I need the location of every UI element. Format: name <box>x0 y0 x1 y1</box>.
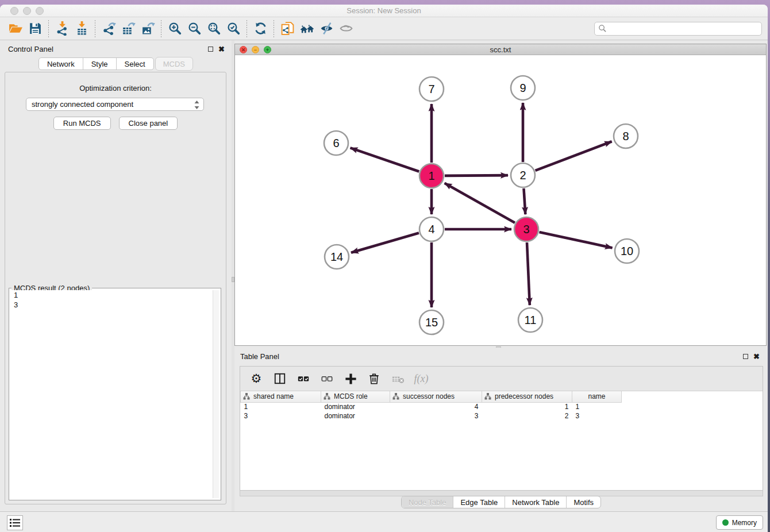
graph-node-14[interactable]: 14 <box>325 245 349 269</box>
zoom-in-icon[interactable] <box>165 20 184 38</box>
export-image-icon[interactable] <box>138 20 157 38</box>
graph-node-4[interactable]: 4 <box>419 217 444 241</box>
window-titlebar: Session: New Session <box>0 5 768 17</box>
task-list-icon <box>10 518 20 527</box>
graph-node-7[interactable]: 7 <box>419 77 444 101</box>
graph-edge-1-2[interactable] <box>445 175 508 176</box>
window-title: Session: New Session <box>0 6 768 15</box>
column-type-icon <box>243 393 250 400</box>
cell-mcds-role[interactable]: dominator <box>321 411 390 421</box>
mcds-result-list[interactable]: 1 3 <box>11 290 219 498</box>
frame-minimize-icon[interactable]: − <box>252 46 259 53</box>
graph-edge-2-3[interactable] <box>523 188 525 214</box>
memory-button[interactable]: Memory <box>716 515 763 530</box>
result-node: 3 <box>11 300 219 310</box>
import-table-icon[interactable] <box>72 20 91 38</box>
toolbar-separator <box>48 20 49 37</box>
frame-close-icon[interactable]: ✕ <box>240 46 247 53</box>
network-frame-titlebar[interactable]: ✕ − + scc.txt <box>235 44 766 55</box>
tab-node-table[interactable]: Node Table <box>402 496 454 508</box>
cell-predecessor-nodes[interactable]: 1 <box>482 402 572 411</box>
tab-network-table[interactable]: Network Table <box>505 496 567 508</box>
zoom-out-icon[interactable] <box>184 20 204 38</box>
graph-node-11[interactable]: 11 <box>518 308 542 332</box>
close-panel-icon[interactable]: ✖ <box>753 354 760 359</box>
close-panel-icon[interactable]: ✖ <box>218 47 225 52</box>
graph-edge-1-6[interactable] <box>351 148 419 171</box>
control-panel-title: Control Panel <box>8 45 53 53</box>
tab-select[interactable]: Select <box>117 58 153 70</box>
graph-edge-3-10[interactable] <box>539 232 612 248</box>
zoom-fit-icon[interactable] <box>204 20 224 38</box>
search-input[interactable] <box>594 22 762 36</box>
network-graph[interactable]: 7968124314101511 <box>235 55 766 345</box>
open-session-icon[interactable] <box>6 20 25 38</box>
tab-edge-table[interactable]: Edge Table <box>453 496 505 508</box>
cell-name[interactable]: 3 <box>572 411 622 421</box>
cell-shared-name[interactable]: 3 <box>241 411 321 421</box>
refresh-styles-icon[interactable] <box>251 20 270 38</box>
graph-node-9[interactable]: 9 <box>511 76 535 100</box>
delete-table-icon[interactable] <box>391 372 405 385</box>
graph-edge-4-14[interactable] <box>351 233 419 252</box>
cell-shared-name[interactable]: 1 <box>241 402 321 411</box>
cell-name[interactable]: 1 <box>572 402 622 411</box>
zoom-selected-icon[interactable] <box>224 20 243 38</box>
column-header-successor-nodes[interactable]: successor nodes <box>390 391 482 402</box>
graph-edge-3-1[interactable] <box>445 183 515 223</box>
cell-mcds-role[interactable]: dominator <box>321 402 390 411</box>
settings-gear-icon[interactable]: ⚙ <box>249 372 263 385</box>
control-panel-tabs: Network Style Select MCDS <box>0 57 232 71</box>
run-mcds-button[interactable]: Run MCDS <box>53 117 111 130</box>
svg-text:8: 8 <box>622 130 629 142</box>
task-history-button[interactable] <box>7 515 23 530</box>
hide-selected-icon[interactable] <box>317 20 336 38</box>
save-session-icon[interactable] <box>25 20 45 38</box>
float-panel-icon[interactable] <box>208 47 213 52</box>
export-network-icon[interactable] <box>99 20 118 38</box>
result-scrollbar[interactable] <box>213 290 219 498</box>
node-table: shared name MCDS role successor nodes pr… <box>240 391 622 421</box>
deselect-all-checkboxes-icon[interactable] <box>320 372 334 385</box>
close-panel-button[interactable]: Close panel <box>119 117 178 130</box>
tab-motifs[interactable]: Motifs <box>567 496 600 508</box>
tab-style[interactable]: Style <box>83 58 117 70</box>
delete-rows-icon[interactable] <box>367 372 381 385</box>
cell-successor-nodes[interactable]: 4 <box>390 402 482 411</box>
tab-network[interactable]: Network <box>39 58 83 70</box>
table-row[interactable]: 3 dominator 3 2 3 <box>241 411 622 421</box>
svg-text:15: 15 <box>425 316 438 329</box>
float-panel-icon[interactable] <box>743 354 748 359</box>
cell-successor-nodes[interactable]: 3 <box>390 411 482 421</box>
frame-maximize-icon[interactable]: + <box>264 46 271 53</box>
graph-node-8[interactable]: 8 <box>614 124 638 148</box>
select-all-checkboxes-icon[interactable] <box>297 372 310 385</box>
import-network-icon[interactable] <box>52 20 72 38</box>
show-hidden-icon[interactable] <box>336 20 356 38</box>
column-header-name[interactable]: name <box>572 391 622 402</box>
control-panel-header: Control Panel ✖ <box>0 40 232 55</box>
apply-function-icon[interactable]: f(x) <box>414 372 428 385</box>
tab-mcds[interactable]: MCDS <box>155 57 193 71</box>
cell-predecessor-nodes[interactable]: 2 <box>482 411 572 421</box>
column-header-predecessor-nodes[interactable]: predecessor nodes <box>482 391 572 402</box>
graph-edge-2-8[interactable] <box>536 141 612 171</box>
criterion-dropdown[interactable]: strongly connected component <box>26 98 204 111</box>
graph-edge-3-11[interactable] <box>527 242 530 305</box>
network-canvas[interactable]: 7968124314101511 <box>235 55 766 345</box>
column-header-mcds-role[interactable]: MCDS role <box>321 391 390 402</box>
first-neighbors-icon[interactable] <box>297 20 317 38</box>
split-columns-icon[interactable] <box>273 372 287 385</box>
graph-node-10[interactable]: 10 <box>615 239 639 263</box>
network-view-frame: ✕ − + scc.txt 7968124314101511 <box>234 44 767 346</box>
graph-node-2[interactable]: 2 <box>511 163 535 187</box>
graph-node-15[interactable]: 15 <box>419 310 444 334</box>
graph-node-6[interactable]: 6 <box>324 131 348 155</box>
column-header-shared-name[interactable]: shared name <box>241 391 321 402</box>
clone-network-icon[interactable] <box>278 20 297 38</box>
add-row-icon[interactable] <box>344 372 357 385</box>
export-table-icon[interactable] <box>118 20 138 38</box>
graph-node-3[interactable]: 3 <box>514 217 538 241</box>
table-row[interactable]: 1 dominator 4 1 1 <box>241 402 622 411</box>
graph-node-1[interactable]: 1 <box>419 164 444 188</box>
